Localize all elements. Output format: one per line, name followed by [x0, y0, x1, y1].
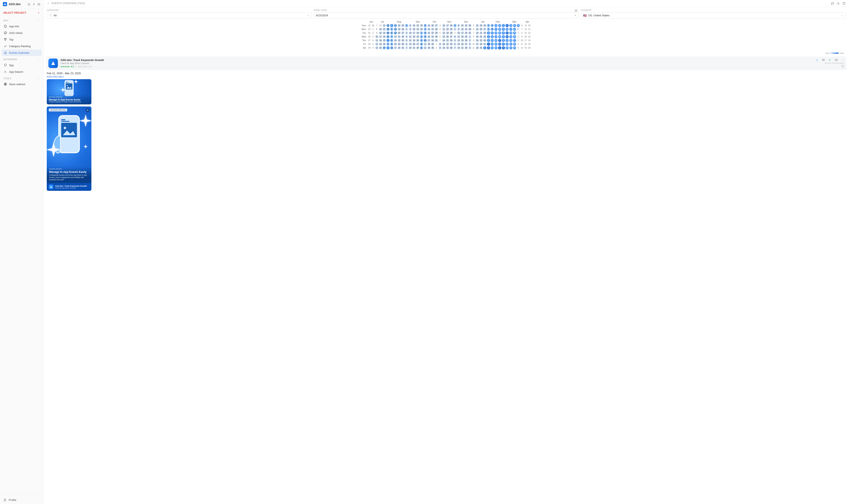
heatmap-cell[interactable]: 9 — [490, 24, 494, 27]
heatmap-cell[interactable]: 5 — [405, 39, 408, 42]
heatmap-cell[interactable]: 1 — [498, 46, 501, 50]
heatmap-cell[interactable]: 12 — [520, 46, 524, 50]
heatmap-cell[interactable]: 27 — [483, 28, 486, 31]
profile-link[interactable]: Profile — [0, 496, 43, 504]
heatmap-cell[interactable]: 17 — [446, 24, 449, 27]
heatmap-cell[interactable]: 10 — [390, 46, 393, 50]
heatmap-cell[interactable]: 24 — [465, 32, 468, 35]
heatmap-cell[interactable]: 7 — [423, 28, 427, 31]
heatmap-cell[interactable]: 4 — [405, 35, 408, 38]
heatmap-cell[interactable]: 26 — [368, 35, 371, 38]
heatmap-cell[interactable]: 12 — [475, 24, 479, 27]
heatmap-cell[interactable]: 4 — [372, 39, 375, 42]
heatmap-cell[interactable]: 31 — [483, 42, 486, 46]
heatmap-cell[interactable]: 2 — [405, 28, 408, 31]
heatmap-cell[interactable]: 15 — [379, 28, 382, 31]
heatmap-cell[interactable]: 30 — [483, 39, 486, 42]
heatmap-cell[interactable]: 22 — [509, 46, 512, 50]
heatmap-cell[interactable]: 16 — [394, 42, 397, 46]
heatmap-cell[interactable]: 30 — [401, 42, 404, 46]
section-label-tools[interactable]: TOOLS — [0, 75, 43, 81]
heatmap-cell[interactable]: 9 — [472, 39, 475, 42]
heatmap-cell[interactable]: 28 — [401, 35, 404, 38]
heatmap-cell[interactable]: 23 — [368, 24, 371, 27]
heatmap-cell[interactable]: 29 — [386, 28, 390, 31]
heatmap-cell[interactable]: 14 — [457, 46, 460, 50]
heatmap-cell[interactable]: 13 — [409, 42, 412, 46]
heatmap-cell[interactable]: 22 — [494, 46, 498, 50]
heatmap-cell[interactable]: 12 — [457, 39, 460, 42]
heatmap-cell[interactable]: 4 — [390, 24, 393, 27]
clear-date-icon[interactable] — [574, 14, 577, 17]
heatmap-cell[interactable]: 18 — [475, 46, 479, 50]
heatmap-cell[interactable]: 4 — [438, 28, 442, 31]
heatmap-cell[interactable]: 5 — [438, 32, 442, 35]
heatmap-cell[interactable]: 13 — [427, 24, 431, 27]
heatmap-cell[interactable]: 15 — [461, 24, 464, 27]
heatmap-cell[interactable]: 24 — [397, 46, 401, 50]
heatmap-cell[interactable]: 23 — [528, 35, 531, 38]
nav-aso-check[interactable]: ASO check — [2, 30, 41, 36]
refresh-icon[interactable] — [831, 2, 834, 5]
heatmap-cell[interactable]: 13 — [375, 46, 378, 50]
heatmap-cell[interactable]: 2 — [435, 46, 438, 50]
nav-app-search[interactable]: App Search — [2, 68, 41, 75]
heatmap-cell[interactable]: 12 — [442, 32, 445, 35]
heatmap-cell[interactable]: 23 — [397, 42, 401, 46]
heatmap-cell[interactable]: 11 — [423, 42, 427, 46]
heatmap-cell[interactable]: 6 — [438, 35, 442, 38]
pin-icon[interactable] — [33, 2, 35, 6]
heatmap-cell[interactable]: 13 — [490, 39, 494, 42]
heatmap-cell[interactable]: 6 — [423, 24, 427, 27]
heatmap-cell[interactable]: 30 — [386, 32, 390, 35]
heatmap-cell[interactable]: 5 — [502, 35, 505, 38]
heatmap-cell[interactable]: 15 — [490, 46, 494, 50]
start-date-input[interactable]: 6/23/2024 — [314, 12, 579, 19]
heatmap-cell[interactable]: 11 — [490, 32, 494, 35]
nav-app-info[interactable]: App Info — [2, 23, 41, 30]
heatmap-cell[interactable]: 2 — [502, 24, 505, 27]
heatmap-cell[interactable]: 5 — [390, 28, 393, 31]
heatmap-cell[interactable]: 13 — [394, 32, 397, 35]
heatmap-cell[interactable]: 7 — [502, 42, 505, 46]
heatmap-cell[interactable]: 20 — [446, 35, 449, 38]
heatmap-cell[interactable]: 17 — [394, 46, 397, 50]
heatmap-cell[interactable]: 15 — [524, 32, 527, 35]
heatmap-cell[interactable]: 1 — [435, 42, 438, 46]
heatmap-cell[interactable]: 29 — [368, 46, 371, 50]
heatmap-cell[interactable]: 1 — [372, 28, 375, 31]
category-select[interactable]: ? All — [47, 12, 312, 19]
heatmap-cell[interactable]: 22 — [479, 35, 483, 38]
heatmap-cell[interactable]: 1 — [483, 46, 486, 50]
heatmap-cell[interactable]: 31 — [435, 39, 438, 42]
heatmap-cell[interactable]: 28 — [386, 24, 390, 27]
heatmap-cell[interactable]: 26 — [498, 35, 501, 38]
heatmap-cell[interactable]: 30 — [517, 24, 520, 27]
heatmap-cell[interactable]: 22 — [382, 28, 386, 31]
heatmap-cell[interactable]: 28 — [483, 32, 486, 35]
heatmap-cell[interactable]: 11 — [409, 35, 412, 38]
calendar-icon[interactable] — [575, 9, 578, 13]
heatmap-cell[interactable]: 22 — [416, 24, 419, 27]
heatmap-cell[interactable]: 5 — [453, 39, 456, 42]
heatmap-cell[interactable]: 8 — [438, 42, 442, 46]
heatmap-cell[interactable]: 11 — [520, 42, 524, 46]
heatmap-cell[interactable]: 22 — [397, 39, 401, 42]
heatmap-cell[interactable]: 28 — [465, 46, 468, 50]
heatmap-cell[interactable]: 15 — [505, 46, 509, 50]
heatmap-cell[interactable]: 22 — [465, 24, 468, 27]
heatmap-cell[interactable]: 20 — [412, 42, 416, 46]
heatmap-cell[interactable]: 18 — [412, 35, 416, 38]
heatmap-cell[interactable]: 16 — [475, 39, 479, 42]
heatmap-cell[interactable]: 1 — [453, 24, 456, 27]
heatmap-cell[interactable]: 6 — [372, 46, 375, 50]
heatmap-cell[interactable]: 19 — [397, 28, 401, 31]
heatmap-cell[interactable]: 9 — [438, 46, 442, 50]
heatmap-cell[interactable]: 3 — [372, 35, 375, 38]
heatmap-cell[interactable]: 3 — [438, 24, 442, 27]
heatmap-cell[interactable]: 12 — [409, 39, 412, 42]
heatmap-cell[interactable]: 4 — [420, 42, 423, 46]
heatmap-cell[interactable]: 21 — [461, 46, 464, 50]
heatmap-cell[interactable]: 22 — [431, 32, 434, 35]
heatmap-cell[interactable]: 19 — [524, 46, 527, 50]
